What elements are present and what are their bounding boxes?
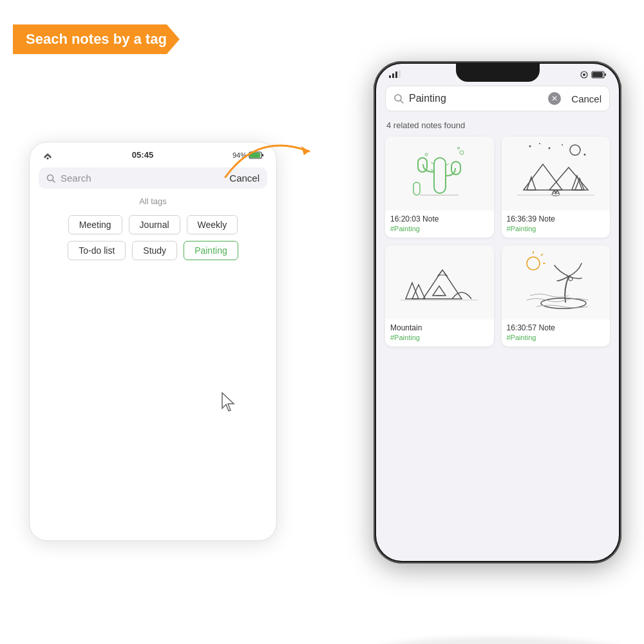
banner-text: Seach notes by a tag <box>26 31 167 47</box>
tag-todo[interactable]: To-do list <box>68 241 126 260</box>
svg-rect-18 <box>401 138 478 209</box>
phone-left: 05:45 94% Search Cancel All tags Meeting… <box>29 142 277 541</box>
note-tag-2: #Painting <box>507 225 605 232</box>
note-thumb-1 <box>385 137 494 211</box>
note-info-1: 16:20:03 Note #Painting <box>385 211 494 238</box>
phone-right: 5:20 PM Painting ✕ Cancel <box>374 61 621 564</box>
search-icon-left <box>46 174 55 183</box>
note-title-2: 16:36:39 Note <box>507 214 605 223</box>
signal-bars-right <box>389 70 401 79</box>
tag-journal[interactable]: Journal <box>129 215 180 234</box>
note-info-4: 16:30:57 Note #Painting <box>502 319 611 346</box>
svg-rect-30 <box>517 138 594 209</box>
phone-reflection <box>374 638 621 644</box>
battery-icon-right <box>592 71 606 79</box>
svg-point-34 <box>548 147 550 149</box>
search-icon-right <box>393 93 404 104</box>
svg-line-5 <box>53 180 55 182</box>
svg-point-0 <box>47 157 49 159</box>
cancel-button-right[interactable]: Cancel <box>571 93 601 104</box>
search-placeholder-left: Search <box>61 173 224 184</box>
note-tag-3: #Painting <box>390 334 489 341</box>
note-card-3[interactable]: Mountain #Painting <box>385 245 494 346</box>
note-card-1[interactable]: 16:20:03 Note #Painting <box>385 137 494 238</box>
note-thumb-4 <box>502 245 611 319</box>
note-info-3: Mountain #Painting <box>385 319 494 346</box>
note-title-3: Mountain <box>390 323 489 332</box>
search-query-text: Painting <box>409 93 543 104</box>
tags-row-2: To-do list Study Painting <box>43 241 263 260</box>
svg-line-17 <box>401 100 403 103</box>
feature-banner: Seach notes by a tag <box>13 24 180 54</box>
svg-point-36 <box>583 153 585 155</box>
svg-point-35 <box>562 144 563 146</box>
all-tags-label: All tags <box>30 196 276 206</box>
tag-meeting[interactable]: Meeting <box>68 215 122 234</box>
tags-row-1: Meeting Journal Weekly <box>43 215 263 234</box>
svg-point-12 <box>583 73 585 76</box>
tag-study[interactable]: Study <box>132 241 177 260</box>
note-info-2: 16:36:39 Note #Painting <box>502 211 611 238</box>
battery-area-right <box>579 71 606 79</box>
arrow-indicator <box>219 126 322 177</box>
note-title-1: 16:20:03 Note <box>390 214 489 223</box>
cursor-pointer <box>220 392 238 415</box>
time-left: 05:45 <box>132 150 153 160</box>
note-title-4: 16:30:57 Note <box>507 323 605 332</box>
notes-grid: 16:20:03 Note #Painting <box>376 137 619 346</box>
tag-painting[interactable]: Painting <box>184 241 238 260</box>
note-card-4[interactable]: 16:30:57 Note #Painting <box>502 245 611 346</box>
tag-weekly[interactable]: Weekly <box>187 215 238 234</box>
svg-rect-10 <box>399 70 401 78</box>
svg-point-33 <box>539 143 540 144</box>
note-thumb-3 <box>385 245 494 319</box>
svg-rect-7 <box>389 75 391 78</box>
note-tag-1: #Painting <box>390 225 489 232</box>
svg-rect-8 <box>392 73 394 78</box>
phone-right-inner: 5:20 PM Painting ✕ Cancel <box>376 64 619 561</box>
svg-rect-15 <box>605 73 606 76</box>
signal-wifi-left <box>43 151 53 159</box>
note-thumb-2 <box>502 137 611 211</box>
svg-point-32 <box>529 145 531 147</box>
location-icon <box>579 71 589 79</box>
note-tag-4: #Painting <box>507 334 605 341</box>
clear-search-button[interactable]: ✕ <box>548 92 561 105</box>
svg-marker-6 <box>301 146 309 155</box>
search-bar-right[interactable]: Painting ✕ Cancel <box>385 86 610 111</box>
note-card-2[interactable]: 16:36:39 Note #Painting <box>502 137 611 238</box>
tags-container: Meeting Journal Weekly To-do list Study … <box>30 215 276 260</box>
notch <box>456 64 540 82</box>
svg-rect-9 <box>395 71 397 78</box>
results-count-label: 4 related notes found <box>376 118 619 137</box>
svg-rect-14 <box>592 72 603 77</box>
